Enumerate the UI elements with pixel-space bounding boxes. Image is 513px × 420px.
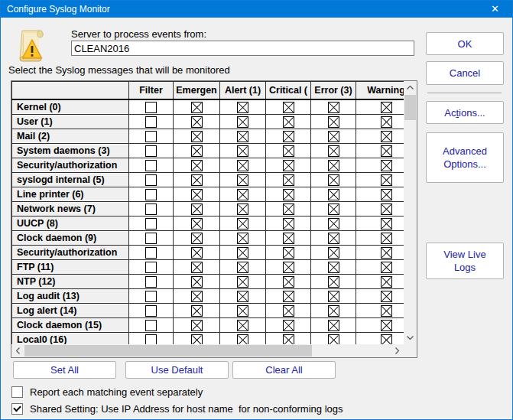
- checkbox-cell[interactable]: [129, 187, 174, 202]
- checkbox-cell[interactable]: [266, 318, 311, 333]
- unchecked-checkbox[interactable]: [145, 233, 157, 244]
- checked-checkbox[interactable]: [328, 305, 339, 317]
- checkbox-cell[interactable]: [266, 217, 311, 231]
- checkbox-cell[interactable]: [266, 304, 311, 318]
- checkbox-cell[interactable]: [311, 158, 356, 173]
- scroll-right-icon[interactable]: [391, 344, 404, 357]
- checkbox-cell[interactable]: [174, 158, 220, 173]
- horizontal-scrollbar[interactable]: [11, 344, 404, 357]
- checked-checkbox[interactable]: [237, 291, 248, 302]
- checked-checkbox[interactable]: [283, 131, 294, 142]
- checkbox-cell[interactable]: [356, 333, 404, 345]
- checked-checkbox[interactable]: [381, 233, 392, 244]
- checked-checkbox[interactable]: [283, 203, 294, 215]
- unchecked-checkbox[interactable]: [145, 305, 157, 317]
- checkbox-cell[interactable]: [220, 333, 266, 345]
- checked-checkbox[interactable]: [283, 174, 294, 186]
- report-separately-option[interactable]: Report each matching event separately: [11, 386, 203, 398]
- checked-checkbox[interactable]: [237, 334, 248, 344]
- checkbox-cell[interactable]: [266, 158, 311, 173]
- checkbox-cell[interactable]: [266, 99, 311, 115]
- checked-checkbox[interactable]: [328, 174, 339, 186]
- checked-checkbox[interactable]: [328, 334, 339, 344]
- checkbox-cell[interactable]: [356, 260, 404, 275]
- checkbox-cell[interactable]: [129, 144, 174, 158]
- checkbox-cell[interactable]: [129, 202, 174, 217]
- scroll-left-icon[interactable]: [11, 344, 24, 357]
- checked-checkbox[interactable]: [191, 305, 203, 317]
- checkbox-cell[interactable]: [174, 129, 220, 144]
- horizontal-scroll-thumb[interactable]: [24, 345, 312, 357]
- vertical-scroll-thumb[interactable]: [404, 95, 416, 120]
- checkbox-cell[interactable]: [220, 275, 266, 289]
- checkbox-cell[interactable]: [220, 115, 266, 129]
- checked-checkbox[interactable]: [191, 320, 203, 331]
- cancel-button[interactable]: Cancel: [426, 61, 504, 85]
- report-separately-checkbox[interactable]: [11, 386, 23, 398]
- checkbox-cell[interactable]: [129, 246, 174, 260]
- checked-checkbox[interactable]: [237, 131, 248, 142]
- checkbox-cell[interactable]: [174, 333, 220, 345]
- checked-checkbox[interactable]: [191, 189, 203, 200]
- checkbox-cell[interactable]: [311, 318, 356, 333]
- checkbox-cell[interactable]: [356, 304, 404, 318]
- checkbox-cell[interactable]: [220, 129, 266, 144]
- checked-checkbox[interactable]: [381, 189, 392, 200]
- checkbox-cell[interactable]: [311, 260, 356, 275]
- checked-checkbox[interactable]: [283, 145, 294, 157]
- checkbox-cell[interactable]: [266, 173, 311, 187]
- checked-checkbox[interactable]: [328, 218, 339, 230]
- unchecked-checkbox[interactable]: [145, 291, 157, 302]
- checkbox-cell[interactable]: [266, 275, 311, 289]
- checkbox-cell[interactable]: [311, 231, 356, 246]
- checked-checkbox[interactable]: [328, 262, 339, 273]
- checked-checkbox[interactable]: [283, 116, 294, 128]
- checkbox-cell[interactable]: [356, 129, 404, 144]
- checkbox-cell[interactable]: [129, 304, 174, 318]
- checkbox-cell[interactable]: [356, 289, 404, 304]
- checked-checkbox[interactable]: [237, 276, 248, 288]
- checked-checkbox[interactable]: [381, 160, 392, 171]
- checked-checkbox[interactable]: [237, 160, 248, 171]
- checkbox-cell[interactable]: [174, 99, 220, 115]
- checked-checkbox[interactable]: [328, 131, 339, 142]
- checkbox-cell[interactable]: [311, 275, 356, 289]
- checked-checkbox[interactable]: [283, 305, 294, 317]
- close-icon[interactable]: ✕: [478, 1, 512, 18]
- checked-checkbox[interactable]: [191, 203, 203, 215]
- checked-checkbox[interactable]: [381, 305, 392, 317]
- checkbox-cell[interactable]: [311, 304, 356, 318]
- checked-checkbox[interactable]: [237, 247, 248, 259]
- checkbox-cell[interactable]: [129, 260, 174, 275]
- unchecked-checkbox[interactable]: [145, 116, 157, 128]
- checkbox-cell[interactable]: [129, 129, 174, 144]
- checked-checkbox[interactable]: [381, 203, 392, 215]
- advanced-options-button[interactable]: Advanced Options...: [426, 132, 504, 183]
- checkbox-cell[interactable]: [174, 202, 220, 217]
- checked-checkbox[interactable]: [191, 334, 203, 344]
- checked-checkbox[interactable]: [283, 334, 294, 344]
- checked-checkbox[interactable]: [237, 102, 248, 113]
- checked-checkbox[interactable]: [381, 102, 392, 113]
- checked-checkbox[interactable]: [381, 320, 392, 331]
- ok-button[interactable]: OK: [426, 32, 504, 55]
- checkbox-cell[interactable]: [311, 129, 356, 144]
- checked-checkbox[interactable]: [328, 247, 339, 259]
- checkbox-cell[interactable]: [129, 217, 174, 231]
- checked-checkbox[interactable]: [237, 262, 248, 273]
- unchecked-checkbox[interactable]: [145, 160, 157, 171]
- actions-button[interactable]: Actions...: [426, 101, 504, 124]
- unchecked-checkbox[interactable]: [145, 262, 157, 273]
- checkbox-cell[interactable]: [356, 217, 404, 231]
- checkbox-cell[interactable]: [220, 144, 266, 158]
- checkbox-cell[interactable]: [266, 246, 311, 260]
- scroll-up-icon[interactable]: [404, 81, 417, 94]
- checked-checkbox[interactable]: [381, 276, 392, 288]
- checked-checkbox[interactable]: [237, 189, 248, 200]
- checkbox-cell[interactable]: [266, 260, 311, 275]
- checked-checkbox[interactable]: [191, 233, 203, 244]
- checkbox-cell[interactable]: [220, 217, 266, 231]
- checked-checkbox[interactable]: [237, 145, 248, 157]
- view-live-logs-button[interactable]: View Live Logs: [426, 243, 504, 279]
- checked-checkbox[interactable]: [283, 247, 294, 259]
